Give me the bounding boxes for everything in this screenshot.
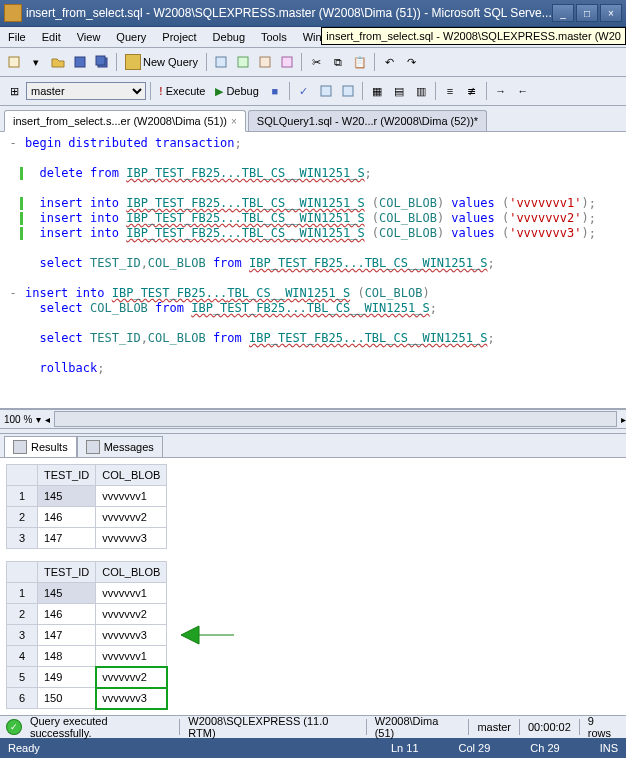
document-tab[interactable]: SQLQuery1.sql - W20...r (W2008\Dima (52)…	[248, 110, 487, 131]
copy-icon[interactable]: ⧉	[328, 52, 348, 72]
cut-icon[interactable]: ✂	[306, 52, 326, 72]
execute-icon: !	[159, 85, 163, 97]
menu-project[interactable]: Project	[160, 29, 198, 45]
database-select[interactable]: master	[26, 82, 146, 100]
new-query-button[interactable]: New Query	[121, 54, 202, 70]
paste-icon[interactable]: 📋	[350, 52, 370, 72]
zoom-level[interactable]: 100 %	[4, 414, 32, 425]
table-row[interactable]: 3147vvvvvvv3	[7, 625, 167, 646]
menu-debug[interactable]: Debug	[211, 29, 247, 45]
undo-icon[interactable]: ↶	[379, 52, 399, 72]
success-icon: ✓	[6, 719, 22, 735]
status-ins: INS	[600, 742, 618, 754]
menu-file[interactable]: File	[6, 29, 28, 45]
comment-icon[interactable]: ≡	[440, 81, 460, 101]
save-icon[interactable]	[70, 52, 90, 72]
document-tabs: insert_from_select.s...er (W2008\Dima (5…	[0, 106, 626, 132]
menu-query[interactable]: Query	[114, 29, 148, 45]
results-pane: TEST_IDCOL_BLOB1145vvvvvvv12146vvvvvvv23…	[0, 458, 626, 715]
svg-rect-8	[321, 86, 331, 96]
results-grid-icon[interactable]: ▦	[367, 81, 387, 101]
table-row[interactable]: 1145vvvvvvv1	[7, 486, 167, 507]
indent-icon[interactable]: →	[491, 81, 511, 101]
ide-status-bar: Ready Ln 11 Col 29 Ch 29 INS	[0, 738, 626, 758]
new-query-icon	[125, 54, 141, 70]
svg-rect-1	[75, 57, 85, 67]
document-tab[interactable]: insert_from_select.s...er (W2008\Dima (5…	[4, 110, 246, 132]
window-title: insert_from_select.sql - W2008\SQLEXPRES…	[26, 6, 552, 20]
results-icon	[13, 440, 27, 454]
toolbar-sql: ⊞ master !Execute ▶Debug ■ ✓ ▦ ▤ ▥ ≡ ≢ →…	[0, 77, 626, 106]
close-tab-icon[interactable]: ×	[231, 116, 237, 127]
svg-rect-6	[260, 57, 270, 67]
table-row[interactable]: 2146vvvvvvv2	[7, 604, 167, 625]
svg-rect-0	[9, 57, 19, 67]
outdent-icon[interactable]: ←	[513, 81, 533, 101]
open-icon[interactable]	[48, 52, 68, 72]
svg-rect-7	[282, 57, 292, 67]
toolbar-main: ▾ New Query ✂ ⧉ 📋 ↶ ↷	[0, 48, 626, 77]
status-line: Ln 11	[391, 742, 419, 754]
status-db: master	[477, 721, 511, 733]
column-header[interactable]: COL_BLOB	[96, 562, 167, 583]
column-header[interactable]: COL_BLOB	[96, 465, 167, 486]
table-row[interactable]: 4148vvvvvvv1	[7, 646, 167, 667]
menu-edit[interactable]: Edit	[40, 29, 63, 45]
app-icon	[4, 4, 22, 22]
tb2-icon-1[interactable]: ⊞	[4, 81, 24, 101]
messages-icon	[86, 440, 100, 454]
table-row[interactable]: 6150vvvvvvv3	[7, 688, 167, 709]
menu-bar: File Edit View Query Project Debug Tools…	[0, 27, 626, 48]
horizontal-scrollbar[interactable]	[54, 411, 617, 427]
tb-icon-2[interactable]	[233, 52, 253, 72]
tooltip: insert_from_select.sql - W2008\SQLEXPRES…	[321, 27, 626, 45]
tb-icon-3[interactable]	[255, 52, 275, 72]
result-tabs: Results Messages	[0, 434, 626, 458]
status-time: 00:00:02	[528, 721, 571, 733]
column-header[interactable]: TEST_ID	[38, 465, 96, 486]
tab-messages[interactable]: Messages	[77, 436, 163, 457]
menu-tools[interactable]: Tools	[259, 29, 289, 45]
play-icon: ▶	[215, 85, 223, 98]
tb2-icon-3[interactable]	[316, 81, 336, 101]
tb2-icon-4[interactable]	[338, 81, 358, 101]
stop-icon[interactable]: ■	[265, 81, 285, 101]
results-text-icon[interactable]: ▤	[389, 81, 409, 101]
tb-icon-1[interactable]	[211, 52, 231, 72]
tb-icon-4[interactable]	[277, 52, 297, 72]
results-file-icon[interactable]: ▥	[411, 81, 431, 101]
restore-button[interactable]: □	[576, 4, 598, 22]
table-row[interactable]: 5149vvvvvvv2	[7, 667, 167, 688]
execute-button[interactable]: !Execute	[155, 85, 209, 97]
status-ready: Ready	[8, 742, 40, 754]
svg-rect-3	[96, 56, 105, 65]
title-bar: insert_from_select.sql - W2008\SQLEXPRES…	[0, 0, 626, 27]
annotation-arrow-icon	[179, 620, 239, 650]
debug-button[interactable]: ▶Debug	[211, 85, 262, 98]
menu-view[interactable]: View	[75, 29, 103, 45]
table-row[interactable]: 1145vvvvvvv1	[7, 583, 167, 604]
scroll-right-icon[interactable]: ▸	[621, 414, 626, 425]
new-project-icon[interactable]	[4, 52, 24, 72]
result-grid-2[interactable]: TEST_IDCOL_BLOB1145vvvvvvv12146vvvvvvv23…	[6, 561, 167, 709]
svg-rect-9	[343, 86, 353, 96]
scroll-left-icon[interactable]: ◂	[45, 414, 50, 425]
parse-icon[interactable]: ✓	[294, 81, 314, 101]
code-editor[interactable]: -begin distributed transaction; delete f…	[0, 132, 626, 409]
dropdown-icon[interactable]: ▾	[26, 52, 46, 72]
save-all-icon[interactable]	[92, 52, 112, 72]
editor-zoom-bar: 100 % ▾ ◂ ▸	[0, 409, 626, 429]
uncomment-icon[interactable]: ≢	[462, 81, 482, 101]
redo-icon[interactable]: ↷	[401, 52, 421, 72]
minimize-button[interactable]: _	[552, 4, 574, 22]
tab-results[interactable]: Results	[4, 436, 77, 457]
svg-rect-5	[238, 57, 248, 67]
table-row[interactable]: 2146vvvvvvv2	[7, 507, 167, 528]
svg-rect-4	[216, 57, 226, 67]
status-col: Col 29	[459, 742, 491, 754]
table-row[interactable]: 3147vvvvvvv3	[7, 528, 167, 549]
result-grid-1[interactable]: TEST_IDCOL_BLOB1145vvvvvvv12146vvvvvvv23…	[6, 464, 167, 549]
close-button[interactable]: ×	[600, 4, 622, 22]
zoom-dropdown-icon[interactable]: ▾	[36, 414, 41, 425]
column-header[interactable]: TEST_ID	[38, 562, 96, 583]
